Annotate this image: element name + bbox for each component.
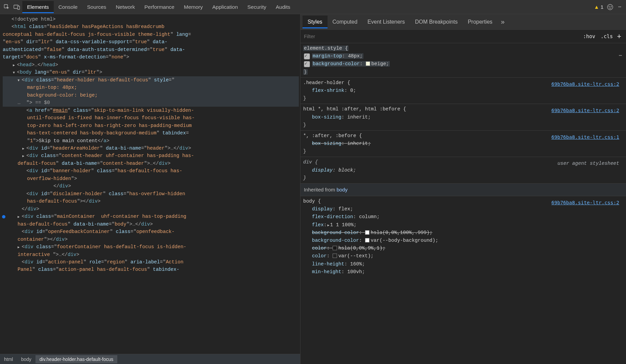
- tab-security[interactable]: Security: [243, 1, 271, 13]
- crumb-selected[interactable]: div.header-holder.has-default-focus: [35, 355, 117, 363]
- main-tabbar: Elements Console Sources Network Perform…: [0, 0, 626, 14]
- styles-toolbar: :hov .cls +: [300, 30, 626, 43]
- breadcrumb: html body div.header-holder.has-default-…: [0, 354, 300, 364]
- expand-icon[interactable]: [18, 243, 22, 251]
- rule-html-star[interactable]: html *, html :after, html :before {69b76…: [300, 104, 626, 131]
- styles-filter-input[interactable]: [304, 33, 580, 39]
- tab-event-listeners[interactable]: Event Listeners: [362, 16, 410, 28]
- warning-count: 1: [601, 4, 604, 10]
- tab-audits[interactable]: Audits: [271, 1, 295, 13]
- tab-console[interactable]: Console: [54, 1, 82, 13]
- svg-rect-2: [18, 6, 20, 9]
- tab-memory[interactable]: Memory: [179, 1, 208, 13]
- tab-elements[interactable]: Elements: [22, 1, 54, 13]
- more-menu-icon[interactable]: ⋯: [616, 4, 624, 10]
- color-swatch[interactable]: [333, 254, 337, 258]
- color-swatch[interactable]: [333, 246, 337, 250]
- color-swatch[interactable]: [365, 230, 369, 235]
- svg-point-3: [607, 4, 613, 10]
- more-tabs-icon[interactable]: »: [498, 18, 508, 26]
- device-toggle-icon[interactable]: [12, 2, 22, 12]
- inspect-icon[interactable]: [2, 2, 11, 12]
- selected-node[interactable]: <div class="header-holder has-default-fo…: [3, 76, 299, 84]
- tab-dom-breakpoints[interactable]: DOM Breakpoints: [410, 16, 463, 28]
- new-style-rule-icon[interactable]: +: [616, 32, 623, 41]
- styles-panel: Styles Computed Event Listeners DOM Brea…: [300, 14, 626, 364]
- cls-toggle[interactable]: .cls: [598, 32, 616, 41]
- rule-star[interactable]: *, :after, :before {69b76ba8.site-ltr.cs…: [300, 131, 626, 157]
- expand-icon[interactable]: [13, 61, 17, 69]
- expand-icon[interactable]: ▶: [327, 223, 329, 228]
- rule-div-ua[interactable]: div {user agent stylesheet display: bloc…: [300, 157, 626, 184]
- tab-sources[interactable]: Sources: [82, 1, 111, 13]
- hov-toggle[interactable]: :hov: [580, 32, 598, 41]
- rule-element-style[interactable]: element.style { margin-top: 48px; backgr…: [300, 43, 626, 78]
- dom-tree[interactable]: <!doctype html> <html class="hasSidebar …: [0, 14, 300, 354]
- crumb-html[interactable]: html: [0, 355, 17, 363]
- warnings-badge[interactable]: ▲1: [594, 4, 603, 10]
- rule-header-holder[interactable]: .header-holder {69b76ba8.site-ltr.css:2 …: [300, 78, 626, 104]
- sidebar-tabs: Styles Computed Event Listeners DOM Brea…: [300, 14, 626, 30]
- rule-more-icon[interactable]: ⋯: [619, 52, 623, 60]
- tab-performance[interactable]: Performance: [140, 1, 179, 13]
- collapse-icon[interactable]: [13, 69, 17, 76]
- tab-styles[interactable]: Styles: [303, 16, 328, 28]
- expand-icon[interactable]: [22, 145, 26, 152]
- collapse-icon[interactable]: [18, 76, 22, 84]
- tab-computed[interactable]: Computed: [328, 16, 363, 28]
- crumb-body[interactable]: body: [17, 355, 35, 363]
- inherited-from-link[interactable]: body: [337, 187, 348, 192]
- svg-point-5: [611, 6, 611, 7]
- expand-icon[interactable]: [22, 152, 26, 159]
- color-swatch[interactable]: [366, 61, 370, 66]
- tab-properties[interactable]: Properties: [463, 16, 498, 28]
- rule-body[interactable]: body {69b76ba8.site-ltr.css:2 display: f…: [300, 196, 626, 277]
- warning-icon: ▲: [594, 4, 599, 10]
- dom-panel: <!doctype html> <html class="hasSidebar …: [0, 14, 300, 364]
- feedback-icon[interactable]: [607, 4, 613, 10]
- inherited-separator: Inherited from body: [300, 184, 626, 196]
- svg-point-4: [609, 6, 609, 7]
- color-swatch[interactable]: [365, 238, 369, 242]
- tab-network[interactable]: Network: [111, 1, 140, 13]
- expand-icon[interactable]: [18, 213, 22, 220]
- tab-application[interactable]: Application: [208, 1, 243, 13]
